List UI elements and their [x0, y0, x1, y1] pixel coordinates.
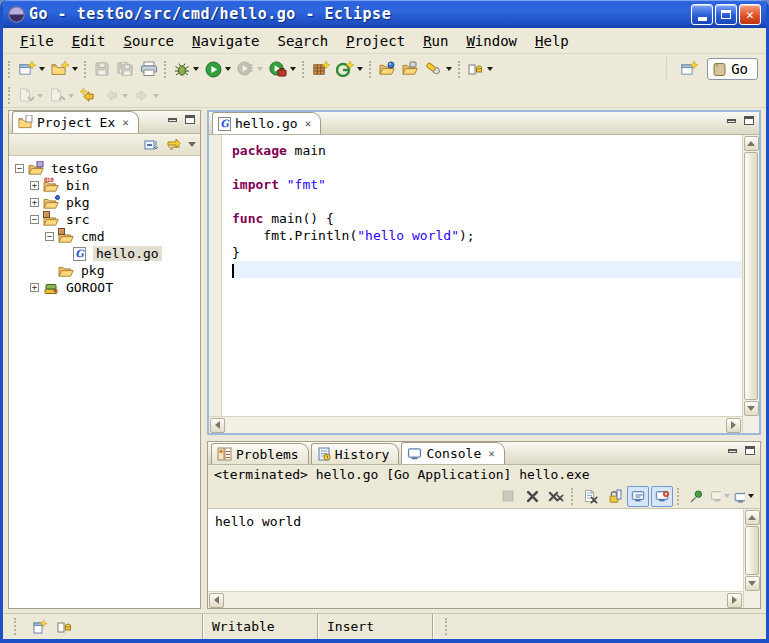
maximize-view-icon[interactable] [744, 116, 754, 125]
scroll-right-button[interactable] [727, 593, 742, 608]
menu-source[interactable]: Source [114, 31, 183, 51]
maximize-view-icon[interactable] [745, 446, 755, 455]
save-all-button[interactable] [114, 57, 136, 81]
toolbar-grip[interactable] [8, 87, 10, 104]
external-tools-button[interactable] [267, 57, 298, 81]
toolbar-grip[interactable] [369, 61, 371, 78]
menu-file[interactable]: File [11, 31, 63, 51]
expand-expander-icon[interactable]: + [30, 198, 39, 207]
collapse-all-button[interactable] [144, 137, 160, 152]
toolbar-grip[interactable] [445, 618, 447, 635]
scroll-up-button[interactable] [745, 510, 760, 525]
toolbar-grip[interactable] [458, 61, 460, 78]
tree-item-hello-go[interactable]: G hello.go [9, 245, 200, 262]
toolbar-grip[interactable] [164, 61, 166, 78]
scroll-up-button[interactable] [744, 136, 759, 151]
menu-navigate[interactable]: Navigate [183, 31, 268, 51]
tree-item-pkg[interactable]: + pkg [9, 194, 200, 211]
code-editor[interactable]: package main import "fmt" func main() { … [209, 135, 742, 416]
forward-button[interactable] [132, 84, 161, 108]
menu-window[interactable]: Window [457, 31, 526, 51]
tab-console[interactable]: Console ✕ [401, 442, 504, 464]
minimize-button[interactable] [691, 4, 713, 25]
open-console-button[interactable] [733, 486, 755, 507]
scroll-down-button[interactable] [744, 401, 759, 416]
expand-expander-icon[interactable]: + [30, 283, 39, 292]
toolbar-grip[interactable] [677, 488, 679, 505]
tab-history[interactable]: History [311, 443, 400, 464]
fast-view-button[interactable] [31, 619, 47, 635]
perspective-go-button[interactable]: Go [707, 58, 758, 80]
toolbar-grip[interactable] [571, 488, 573, 505]
titlebar[interactable]: Go - testGo/src/cmd/hello.go - Eclipse ✕ [3, 0, 766, 28]
tree-item-testGo[interactable]: − testGo [9, 160, 200, 177]
terminate-button[interactable] [497, 486, 519, 507]
collapse-expander-icon[interactable]: − [45, 232, 54, 241]
editor-horizontal-scrollbar[interactable] [209, 416, 742, 433]
tree-item-GOROOT[interactable]: + GOROOT [9, 279, 200, 296]
menu-project[interactable]: Project [337, 31, 414, 51]
pin-console-button[interactable] [685, 486, 707, 507]
collapse-expander-icon[interactable]: − [15, 164, 24, 173]
annotation-cycle-button[interactable] [57, 619, 73, 635]
scroll-lock-button[interactable] [603, 486, 625, 507]
menu-run[interactable]: Run [414, 31, 457, 51]
collapse-expander-icon[interactable]: − [30, 215, 39, 224]
show-console-on-stdout-button[interactable] [627, 486, 649, 507]
debug-button[interactable] [172, 57, 201, 81]
tree-item-bin[interactable]: + 010 bin [9, 177, 200, 194]
editor-vertical-scrollbar[interactable] [742, 135, 759, 433]
menu-search[interactable]: Search [269, 31, 338, 51]
tab-project-explorer[interactable]: Project Ex ✕ [12, 111, 139, 133]
remove-all-terminated-button[interactable] [545, 486, 567, 507]
run-button[interactable] [203, 57, 233, 81]
clear-console-button[interactable] [579, 486, 601, 507]
close-icon[interactable]: ✕ [122, 116, 129, 129]
new-go-project-button[interactable] [310, 57, 332, 81]
open-resource-button[interactable] [377, 57, 398, 81]
tree-item-pkg-src[interactable]: pkg [9, 262, 200, 279]
open-task-button[interactable] [400, 57, 421, 81]
remove-launch-button[interactable] [521, 486, 543, 507]
save-button[interactable] [92, 57, 112, 81]
console-horizontal-scrollbar[interactable] [208, 591, 743, 608]
toolbar-grip[interactable] [14, 618, 16, 635]
maximize-button[interactable] [715, 4, 737, 25]
annotation-ruler[interactable] [209, 135, 222, 416]
tree-item-cmd[interactable]: − cmd [9, 228, 200, 245]
view-menu-button[interactable] [188, 142, 196, 147]
scrollbar-thumb[interactable] [745, 526, 759, 575]
console-output-text[interactable]: hello world [208, 509, 743, 591]
open-perspective-button[interactable] [678, 57, 700, 81]
link-with-editor-button[interactable] [166, 137, 182, 152]
toolbar-grip[interactable] [302, 61, 304, 78]
tab-hello-go[interactable]: G hello.go ✕ [212, 112, 321, 134]
toolbar-grip[interactable] [8, 61, 10, 78]
print-button[interactable] [138, 57, 160, 81]
expand-expander-icon[interactable]: + [30, 181, 39, 190]
tab-problems[interactable]: Problems [211, 443, 309, 464]
close-icon[interactable]: ✕ [305, 117, 312, 130]
new-menu-button[interactable] [49, 57, 80, 81]
tree-item-src[interactable]: − src [9, 211, 200, 228]
back-button[interactable] [101, 84, 130, 108]
menu-edit[interactable]: Edit [63, 31, 115, 51]
minimize-view-icon[interactable] [727, 119, 736, 123]
maximize-view-icon[interactable] [185, 115, 195, 124]
last-edit-location-button[interactable] [78, 84, 99, 108]
close-icon[interactable]: ✕ [488, 447, 495, 460]
close-button[interactable]: ✕ [739, 4, 761, 25]
scrollbar-thumb[interactable] [744, 152, 758, 400]
show-console-on-stderr-button[interactable] [651, 486, 673, 507]
run-history-button[interactable] [235, 57, 265, 81]
previous-annotation-button[interactable] [47, 84, 76, 108]
minimize-view-icon[interactable] [168, 118, 177, 122]
toolbar-grip[interactable] [84, 61, 86, 78]
minimize-view-icon[interactable] [728, 449, 737, 453]
code-content[interactable]: package main import "fmt" func main() { … [222, 135, 742, 416]
annotation-cycle-button[interactable] [466, 57, 495, 81]
scroll-left-button[interactable] [210, 418, 225, 433]
next-annotation-button[interactable] [16, 84, 45, 108]
scroll-down-button[interactable] [745, 576, 760, 591]
display-selected-console-button[interactable] [709, 486, 731, 507]
